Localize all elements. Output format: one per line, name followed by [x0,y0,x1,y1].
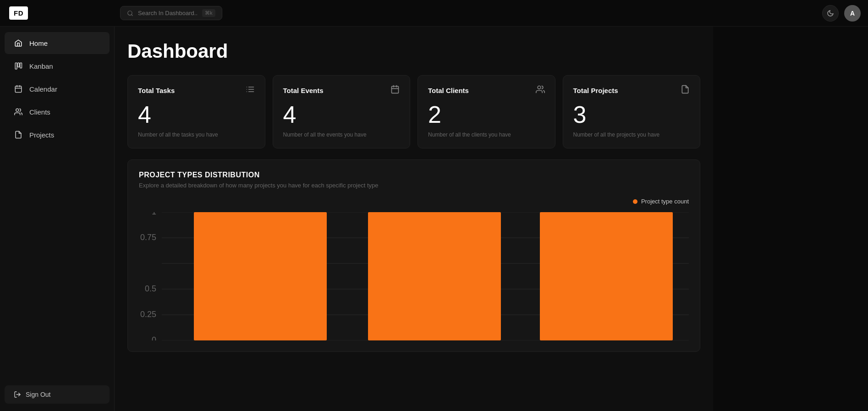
chart-section: PROJECT TYPES DISTRIBUTION Explore a det… [127,159,700,352]
home-icon [14,38,23,48]
stat-events-desc: Number of all the events you have [283,132,400,138]
sidebar-item-kanban-label: Kanban [29,62,53,70]
logo: FD [9,6,28,20]
stat-card-clients-header: Total Clients [428,85,545,96]
chart-subtitle: Explore a detailed breakdown of how many… [139,182,689,189]
legend-dot [633,199,637,204]
sidebar-item-projects-label: Projects [29,131,54,139]
svg-point-9 [16,109,19,111]
topbar-logo-area: FD [7,6,113,20]
stat-card-tasks-header: Total Tasks [138,85,255,96]
moon-icon [827,10,834,17]
stat-card-projects: Total Projects 3 Number of all the proje… [563,75,701,148]
sidebar: Home Kanban Calendar [0,0,115,411]
topbar: FD ⌘k A [0,0,868,27]
stat-clients-desc: Number of all the clients you have [428,132,545,138]
search-icon [127,10,133,16]
bar-1 [194,212,327,340]
stats-grid: Total Tasks 4 Number of all the tasks yo… [127,75,700,148]
svg-text:0.25: 0.25 [140,310,156,319]
legend-label: Project type count [641,198,689,205]
users-icon [536,85,545,96]
search-bar[interactable]: ⌘k [120,6,222,20]
calendar-icon [14,84,23,93]
sidebar-item-clients-label: Clients [29,108,50,116]
calendar-stat-icon [390,85,400,96]
topbar-right: A [822,5,861,22]
page-title: Dashboard [127,40,700,62]
stat-card-tasks-title: Total Tasks [138,87,175,94]
stat-clients-value: 2 [428,102,545,128]
chart-title: PROJECT TYPES DISTRIBUTION [139,171,689,179]
clients-icon [14,107,23,116]
stat-card-tasks: Total Tasks 4 Number of all the tasks yo… [127,75,265,148]
svg-rect-5 [15,86,22,93]
stat-tasks-desc: Number of all the tasks you have [138,132,255,138]
search-shortcut: ⌘k [202,9,215,17]
svg-text:0.5: 0.5 [145,284,156,293]
search-input[interactable] [138,10,198,16]
sidebar-item-clients[interactable]: Clients [5,101,110,123]
sidebar-item-calendar-label: Calendar [29,85,57,93]
svg-rect-3 [18,63,20,67]
chart-legend: Project type count [139,198,689,205]
sign-out-label: Sign Out [26,391,50,398]
main-content: Dashboard Total Tasks 4 Number [115,27,713,411]
stat-events-value: 4 [283,102,400,128]
chart-container: 1 0.5 0.25 0 0.75 [139,212,689,340]
kanban-icon [14,61,23,71]
svg-rect-4 [20,63,22,68]
file-icon [681,85,690,96]
bar-2 [368,212,501,340]
stat-card-clients: Total Clients 2 Number of all the client… [418,75,555,148]
svg-line-1 [132,14,133,16]
theme-toggle-button[interactable] [822,5,839,22]
sidebar-item-home-label: Home [29,39,48,47]
svg-rect-2 [15,63,17,69]
sign-out-area: Sign Out [0,378,114,411]
sidebar-item-kanban[interactable]: Kanban [5,55,110,77]
avatar[interactable]: A [844,5,861,22]
svg-text:1: 1 [152,212,156,216]
svg-text:0: 0 [152,335,156,340]
stat-card-events-header: Total Events [283,85,400,96]
sidebar-item-calendar[interactable]: Calendar [5,78,110,100]
svg-point-21 [538,86,541,89]
list-icon [246,85,255,96]
stat-card-events: Total Events 4 Number of all the events … [273,75,411,148]
projects-icon [14,130,23,139]
sign-out-icon [14,391,21,398]
sidebar-item-home[interactable]: Home [5,32,110,54]
svg-text:0.75: 0.75 [140,233,156,242]
sidebar-nav: Home Kanban Calendar [0,27,114,378]
sidebar-item-projects[interactable]: Projects [5,124,110,146]
stat-tasks-value: 4 [138,102,255,128]
sign-out-button[interactable]: Sign Out [5,385,110,404]
stat-card-projects-header: Total Projects [573,85,690,96]
stat-card-events-title: Total Events [283,87,324,94]
stat-projects-value: 3 [573,102,690,128]
stat-card-projects-title: Total Projects [573,87,618,94]
stat-projects-desc: Number of all the projects you have [573,132,690,138]
bar-3 [540,212,673,340]
chart-svg: 1 0.5 0.25 0 0.75 [139,212,689,340]
svg-rect-17 [392,86,399,93]
stat-card-clients-title: Total Clients [428,87,469,94]
